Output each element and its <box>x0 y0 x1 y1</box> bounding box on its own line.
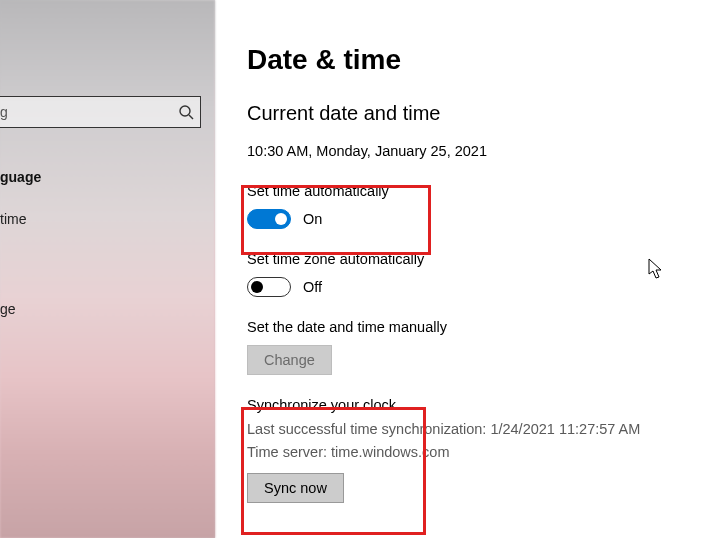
main-panel: Date & time Current date and time 10:30 … <box>215 0 715 538</box>
toggle-knob <box>275 213 287 225</box>
change-button: Change <box>247 345 332 375</box>
cursor-icon <box>648 258 664 280</box>
page-title: Date & time <box>247 44 715 76</box>
sync-last: Last successful time synchronization: 1/… <box>247 419 715 440</box>
sync-title: Synchronize your clock <box>247 397 715 413</box>
sidebar-item-language[interactable]: guage <box>0 156 215 198</box>
sidebar: guage time ge <box>0 0 215 538</box>
setting-label: Set time zone automatically <box>247 251 715 267</box>
sync-now-button[interactable]: Sync now <box>247 473 344 503</box>
setting-label: Set the date and time manually <box>247 319 715 335</box>
svg-line-1 <box>189 115 193 119</box>
setting-label: Set time automatically <box>247 183 715 199</box>
sidebar-item-region[interactable]: ge <box>0 288 215 330</box>
section-current-datetime: Current date and time <box>247 102 715 125</box>
search-box[interactable] <box>0 96 201 128</box>
sidebar-item-label: guage <box>0 169 41 185</box>
toggle-set-time-automatically[interactable] <box>247 209 291 229</box>
sidebar-item-label: time <box>0 211 26 227</box>
setting-set-timezone-automatically: Set time zone automatically Off <box>247 251 715 297</box>
sync-server: Time server: time.windows.com <box>247 442 715 463</box>
toggle-knob <box>251 281 263 293</box>
toggle-set-timezone-automatically[interactable] <box>247 277 291 297</box>
svg-point-0 <box>180 106 190 116</box>
toggle-state-label: Off <box>303 279 322 295</box>
toggle-state-label: On <box>303 211 322 227</box>
search-icon <box>178 104 194 120</box>
setting-set-time-automatically: Set time automatically On <box>247 183 715 229</box>
search-input[interactable] <box>0 104 178 120</box>
current-datetime-value: 10:30 AM, Monday, January 25, 2021 <box>247 143 715 159</box>
sidebar-nav: guage time ge <box>0 156 215 330</box>
sidebar-item-label: ge <box>0 301 16 317</box>
setting-set-manual: Set the date and time manually Change <box>247 319 715 375</box>
section-sync-clock: Synchronize your clock Last successful t… <box>247 397 715 503</box>
sidebar-item-date-time[interactable]: time <box>0 198 215 240</box>
